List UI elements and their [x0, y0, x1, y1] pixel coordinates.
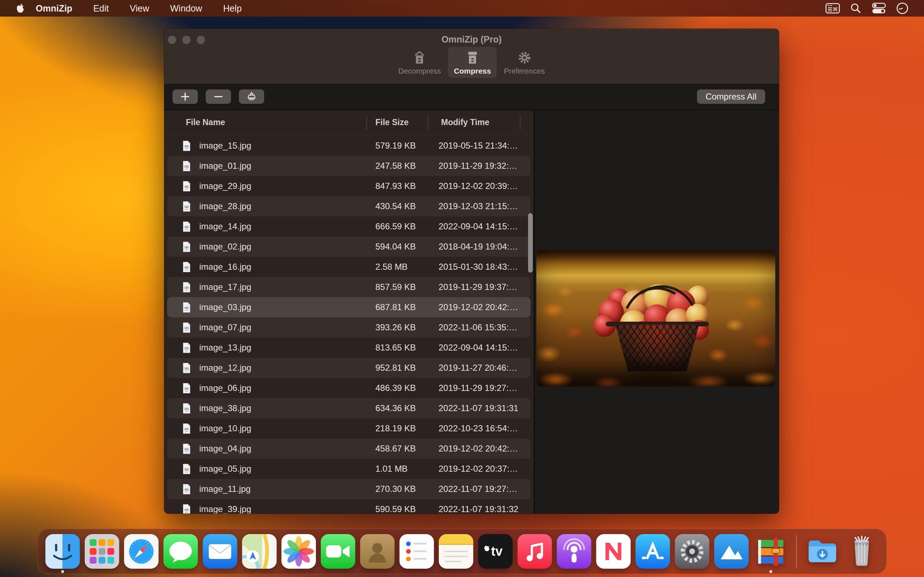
running-indicator: [769, 570, 772, 573]
file-size: 1.01 MB: [375, 459, 407, 479]
file-name: image_15.jpg: [199, 135, 251, 156]
file-mtime: 2022-11-07 19:31:32: [439, 499, 518, 514]
control-center-icon[interactable]: [872, 3, 886, 14]
dock-finder-icon[interactable]: [45, 534, 80, 569]
dock-news-icon[interactable]: [596, 534, 630, 569]
compress-all-button[interactable]: Compress All: [697, 89, 765, 104]
spotlight-search-icon[interactable]: [850, 2, 862, 15]
jpeg-file-icon: [182, 363, 191, 374]
file-mtime: 2019-12-02 20:37:…: [439, 459, 518, 479]
omnizip-window: OmniZip (Pro) Decompress Compress: [164, 29, 779, 514]
jpeg-file-icon: [182, 221, 191, 232]
file-row[interactable]: image_14.jpg666.59 KB2022-09-04 14:15:…: [167, 216, 531, 237]
file-row[interactable]: image_01.jpg247.58 KB2019-11-29 19:32:…: [167, 156, 531, 176]
file-row[interactable]: image_03.jpg687.81 KB2019-12-02 20:42:…: [167, 297, 531, 318]
tab-label: Preferences: [504, 67, 544, 76]
column-divider[interactable]: [520, 115, 520, 130]
dock-contacts-icon[interactable]: [360, 534, 394, 569]
dock-safari-icon[interactable]: [124, 534, 158, 569]
clear-list-button[interactable]: [239, 89, 264, 104]
tab-preferences[interactable]: Preferences: [498, 47, 551, 78]
file-mtime: 2019-12-03 21:15:…: [439, 196, 518, 216]
wire-basket: [609, 324, 706, 371]
jpeg-file-icon: [182, 443, 191, 455]
file-mtime: 2019-11-29 19:32:…: [439, 156, 517, 176]
file-name: image_28.jpg: [199, 196, 251, 216]
tab-decompress[interactable]: Decompress: [393, 47, 447, 78]
input-source-icon[interactable]: ⌘: [825, 3, 840, 14]
file-row[interactable]: image_15.jpg579.19 KB2019-05-15 21:34:…: [167, 135, 531, 156]
file-row[interactable]: image_10.jpg218.19 KB2022-10-23 16:54:…: [167, 418, 531, 438]
remove-files-button[interactable]: [206, 89, 231, 104]
menu-item-help[interactable]: Help: [223, 3, 241, 14]
file-row[interactable]: image_05.jpg1.01 MB2019-12-02 20:37:…: [167, 459, 531, 479]
table-header: File Name File Size Modify Time: [164, 112, 533, 134]
dock-music-icon[interactable]: [517, 534, 552, 569]
file-mtime: 2022-09-04 14:15:…: [439, 216, 518, 237]
tab-compress[interactable]: Compress: [448, 47, 497, 78]
file-row[interactable]: image_39.jpg590.59 KB2022-11-07 19:31:32: [167, 499, 531, 514]
column-modify-time[interactable]: Modify Time: [441, 118, 489, 127]
dock-podcasts-icon[interactable]: [557, 534, 591, 569]
menu-item-view[interactable]: View: [129, 3, 149, 14]
file-size: 2.58 MB: [375, 257, 407, 277]
file-row[interactable]: image_13.jpg813.65 KB2022-09-04 14:15:…: [167, 338, 531, 358]
file-row[interactable]: image_28.jpg430.54 KB2019-12-03 21:15:…: [167, 196, 531, 216]
file-row[interactable]: image_38.jpg634.36 KB2022-11-07 19:31:31: [167, 398, 531, 418]
menu-item-edit[interactable]: Edit: [93, 3, 109, 14]
dock-facetime-icon[interactable]: [320, 534, 355, 569]
add-files-button[interactable]: [173, 89, 198, 104]
jpeg-file-icon: [182, 403, 191, 414]
column-file-name[interactable]: File Name: [186, 118, 225, 127]
file-row[interactable]: image_29.jpg847.93 KB2019-12-02 20:39:…: [167, 176, 531, 196]
file-name: image_17.jpg: [199, 277, 251, 297]
dock-messages-icon[interactable]: [163, 534, 198, 569]
dock-notes-icon[interactable]: [439, 534, 473, 569]
column-file-size[interactable]: File Size: [375, 118, 409, 127]
file-toolbar: Compress All: [164, 84, 779, 110]
file-row[interactable]: image_16.jpg2.58 MB2015-01-30 18:43:…: [167, 257, 531, 277]
file-row[interactable]: image_07.jpg393.26 KB2022-11-06 15:35:…: [167, 318, 531, 338]
file-row[interactable]: image_17.jpg857.59 KB2019-11-29 19:37:…: [167, 277, 531, 297]
file-size: 590.59 KB: [375, 499, 416, 514]
file-row[interactable]: image_06.jpg486.39 KB2019-11-29 19:27:…: [167, 378, 531, 398]
dock-launchpad-icon[interactable]: [84, 534, 119, 569]
dock-mail-icon[interactable]: [202, 534, 237, 569]
compress-archive-icon: [465, 50, 480, 66]
dock-apple-tv-icon[interactable]: tv: [478, 534, 512, 569]
apple-menu-icon[interactable]: [16, 3, 25, 14]
dock-reminders-icon[interactable]: [399, 534, 434, 569]
gear-icon: [517, 50, 532, 66]
dock-omnizip-archiver-icon[interactable]: [753, 534, 788, 569]
dock-photos-icon[interactable]: [281, 534, 316, 569]
file-mtime: 2019-12-02 20:39:…: [439, 176, 518, 196]
file-size: 813.65 KB: [375, 338, 416, 358]
column-divider[interactable]: [366, 115, 367, 130]
menu-app-name[interactable]: OmniZip: [36, 3, 72, 14]
file-name: image_12.jpg: [199, 358, 251, 378]
menu-item-window[interactable]: Window: [170, 3, 202, 14]
dock-trash-icon[interactable]: [844, 534, 879, 569]
file-name: image_16.jpg: [199, 257, 251, 277]
scrollbar-thumb[interactable]: [528, 213, 533, 272]
window-titlebar[interactable]: OmniZip (Pro) Decompress Compress: [164, 29, 779, 84]
dock-app-store-icon[interactable]: [635, 534, 670, 569]
file-mtime: 2015-01-30 18:43:…: [439, 257, 518, 277]
basket-rim: [606, 322, 709, 326]
clock-icon[interactable]: [896, 2, 909, 15]
dock-mountains-app-icon[interactable]: [714, 534, 749, 569]
file-row[interactable]: image_11.jpg270.30 KB2022-11-07 19:27:…: [167, 479, 531, 499]
file-size: 687.81 KB: [375, 297, 416, 318]
dock-maps-icon[interactable]: [242, 534, 276, 569]
dock-system-settings-icon[interactable]: [675, 534, 709, 569]
column-divider[interactable]: [428, 115, 428, 130]
preview-pane: [535, 110, 779, 514]
dock-downloads-folder-icon[interactable]: [805, 534, 840, 569]
file-row[interactable]: image_12.jpg952.81 KB2019-11-27 20:46:…: [167, 358, 531, 378]
jpeg-file-icon: [182, 342, 191, 353]
decompress-archive-icon: [412, 50, 428, 66]
jpeg-file-icon: [182, 181, 191, 192]
file-size: 579.19 KB: [375, 135, 416, 156]
file-row[interactable]: image_02.jpg594.04 KB2018-04-19 19:04:…: [167, 237, 531, 257]
file-row[interactable]: image_04.jpg458.67 KB2019-12-02 20:42:…: [167, 438, 531, 459]
